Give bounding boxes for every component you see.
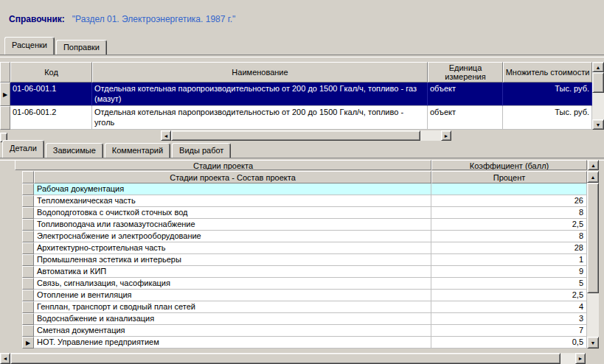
table-row[interactable]: Водоснабжение и канализация 3 [22,313,599,325]
stage-cell: Отопление и вентиляция [34,290,431,301]
rates-vscrollbar[interactable]: ▲ ▼ [592,62,604,130]
row-indicator [22,242,34,254]
column-header-percent: Процент [431,171,587,183]
percent-cell: 4 [431,301,587,313]
scroll-down-button[interactable]: ▼ [587,337,599,349]
reference-value: "Раздел 01. Электроэнергетика. 1987 г." [72,14,235,24]
vscroll-thumb[interactable] [587,183,599,293]
stage-cell: Архитектурно-строительная часть [34,242,431,254]
scroll-down-icon: ▼ [596,122,601,127]
scroll-up-button[interactable]: ▲ [587,171,599,183]
hscroll-thumb[interactable] [10,353,560,364]
row-indicator [22,301,34,313]
row-indicator [0,106,10,130]
table-row[interactable]: Водоподготовка с очисткой сточных вод 8 [22,207,599,219]
reference-header: Справочник:"Раздел 01. Электроэнергетика… [9,14,235,24]
percent-cell: 8 [431,231,587,242]
current-row-icon: ▶ [26,340,30,346]
scroll-down-icon: ▼ [591,340,596,346]
stage-cell: Генплан, транспорт и сводный план сетей [34,301,431,313]
tab-work-types[interactable]: Виды работ [172,143,231,158]
code-cell: 01-06-001.2 [10,106,92,130]
row-indicator [22,266,34,278]
code-cell: 01-06-001.1 [10,83,92,106]
stage-cell: Промышленная эстетика и интерьеры [34,254,431,266]
scroll-down-button[interactable]: ▼ [592,119,604,130]
table-row[interactable]: Тепломеханическая часть 26 [22,195,599,207]
vscroll-thumb[interactable] [592,72,604,93]
clipped-header-stages: Стадии проекта [15,160,431,170]
scrollbar-corner [586,353,604,364]
table-row[interactable]: Генплан, транспорт и сводный план сетей … [22,301,599,313]
scroll-up-icon: ▲ [596,65,601,70]
details-grid-header: Стадии проекта - Состав проекта Процент [22,171,599,183]
clipped-grid-scroll-up-button[interactable]: ▲ [588,160,599,170]
tab-comment[interactable]: Комментарий [105,143,170,158]
row-indicator [22,219,34,231]
table-row[interactable]: Электроснабжение и электрооборудование 8 [22,231,599,242]
row-indicator: ▶ [0,83,10,106]
scroll-right-button[interactable]: ► [575,353,586,364]
percent-cell: 2,5 [431,219,587,231]
table-row[interactable]: Архитектурно-строительная часть 28 [22,242,599,254]
reference-label: Справочник: [9,14,65,24]
details-tabstrip: Детали Зависимые Комментарий Виды работ [2,141,232,158]
scroll-left-icon: ◄ [3,356,8,361]
row-indicator [22,313,34,325]
tab-rates[interactable]: Расценки [4,37,55,55]
stage-cell: Топливоподача или газомазутоснабжение [34,219,431,231]
unit-cell: объект [428,83,503,106]
hscroll-thumb[interactable] [171,130,420,141]
stage-cell: Водоподготовка с очисткой сточных вод [34,207,431,219]
column-header-code: Код [10,62,92,83]
tab-dependent[interactable]: Зависимые [46,143,103,158]
row-indicator [22,195,34,207]
stage-cell: Водоснабжение и канализация [34,313,431,325]
unit-cell: объект [428,106,503,130]
percent-cell: 26 [431,195,587,207]
table-row[interactable]: 01-06-001.2 Отдельная котельная паропрои… [0,106,604,130]
hscroll-track[interactable] [420,130,441,141]
scroll-left-button[interactable]: ◄ [0,353,10,364]
scroll-up-icon: ▲ [591,175,596,180]
table-row[interactable]: Сметная документация 7 [22,325,599,337]
table-row[interactable]: Промышленная эстетика и интерьеры 1 [22,254,599,266]
name-cell: Отдельная котельная паропроизводительнос… [92,83,428,106]
scroll-left-icon: ◄ [164,133,169,139]
table-row[interactable]: Отопление и вентиляция 2,5 [22,290,599,301]
scroll-left-button[interactable]: ◄ [161,130,171,141]
row-indicator: ▶ [22,337,34,349]
vscroll-track[interactable] [587,293,599,337]
table-row[interactable]: Топливоподача или газомазутоснабжение 2,… [22,219,599,231]
column-header-name: Наименование [92,62,428,83]
stage-cell: Связь, сигнализация, часофикация [34,278,431,290]
scroll-right-icon: ► [578,356,583,361]
stage-cell: Электроснабжение и электрооборудование [34,231,431,242]
tab-details[interactable]: Детали [2,140,44,158]
rates-hscrollbar[interactable]: ◄ ► [161,130,451,141]
row-indicator [22,254,34,266]
table-row[interactable]: Связь, сигнализация, часофикация 5 [22,278,599,290]
scroll-right-button[interactable]: ► [441,130,451,141]
table-row[interactable]: Автоматика и КИП 9 [22,266,599,278]
details-grid: Стадии проекта - Состав проекта Процент … [22,171,599,349]
vscroll-track[interactable] [592,93,604,119]
scroll-up-button[interactable]: ▲ [592,62,604,72]
percent-cell: 9 [431,266,587,278]
top-tabstrip: Расценки Поправки [4,38,108,55]
clipped-header-coefficient: Коэффициент (балл) [431,160,587,170]
percent-cell: 1 [431,254,587,266]
details-hscrollbar[interactable]: ◄ ► [0,353,604,364]
table-row[interactable]: ▶ НОТ. Управление предприятием 0,5 [22,337,599,349]
multiplier-cell: Тыс. руб. [503,83,592,106]
details-vscrollbar[interactable]: ▲ ▼ [587,171,599,349]
clipped-grid-header: Стадии проекта Коэффициент (балл) [15,160,587,170]
tab-corrections[interactable]: Поправки [56,40,107,55]
hscroll-track[interactable] [560,353,575,364]
table-row[interactable]: Рабочая документация [22,183,599,195]
rates-grid: Код Наименование Единица измерения Множи… [0,62,604,130]
column-header-multiplier: Множитель стоимости [503,62,592,83]
table-row[interactable]: ▶ 01-06-001.1 Отдельная котельная паропр… [0,83,604,106]
row-indicator [22,183,34,195]
percent-cell: 3 [431,313,587,325]
